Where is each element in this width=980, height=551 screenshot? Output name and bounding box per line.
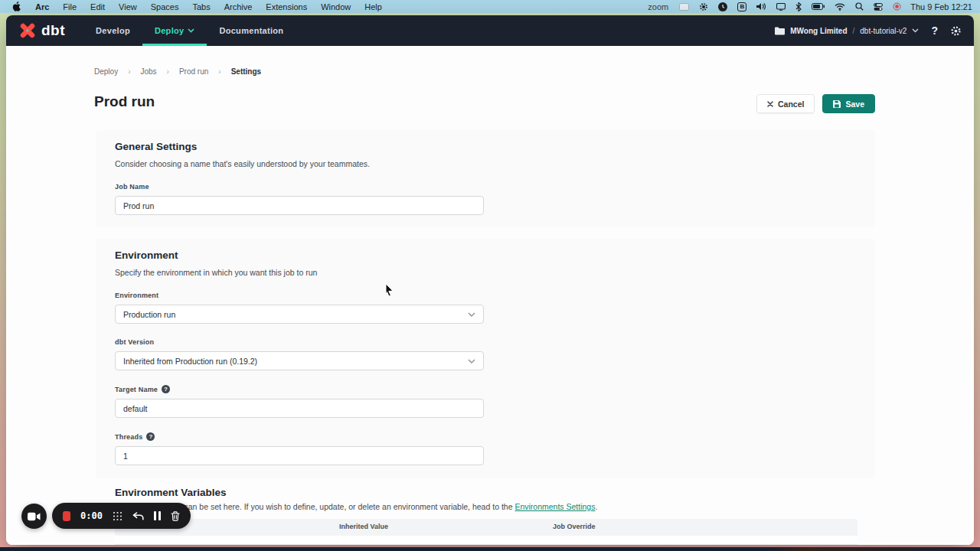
environment-variables-table-header: Inherited Value Job Override [115, 519, 858, 536]
breadcrumb-separator: › [218, 67, 220, 76]
target-name-input[interactable] [115, 399, 484, 418]
recording-toolbar: 0:00 [52, 503, 191, 529]
environment-variables-description: Job level overrides can be set here. If … [115, 502, 850, 511]
menubar-item-window[interactable]: Window [314, 2, 358, 11]
job-name-input[interactable] [115, 196, 484, 215]
account-project-separator: / [853, 27, 855, 35]
threads-help-icon[interactable]: ? [146, 432, 155, 441]
browser-window: dbt Develop Deploy Documentation MWong L… [6, 15, 974, 545]
volume-icon[interactable] [756, 2, 766, 11]
menubar-item-help[interactable]: Help [358, 2, 389, 11]
recording-indicator-icon[interactable] [893, 2, 901, 11]
project-name: dbt-tutorial-v2 [860, 27, 906, 35]
breadcrumb-separator: › [128, 67, 130, 76]
cancel-button[interactable]: Cancel [756, 94, 815, 113]
breadcrumb-deploy[interactable]: Deploy [94, 67, 118, 76]
menubar-item-extensions[interactable]: Extensions [259, 2, 314, 11]
battery-icon[interactable] [812, 3, 825, 10]
menubar-item-file[interactable]: File [56, 2, 83, 11]
breadcrumb-settings: Settings [231, 67, 261, 76]
clock-status-icon[interactable] [718, 2, 727, 11]
menubar-clock[interactable]: Thu 9 Feb 12:21 [910, 2, 972, 11]
pause-icon [154, 511, 161, 520]
account-project-switcher[interactable]: MWong Limited / dbt-tutorial-v2 [775, 27, 919, 35]
environment-label: Environment [115, 292, 856, 299]
column-header-inherited-value: Inherited Value [339, 523, 388, 530]
menubar-item-view[interactable]: View [112, 2, 144, 11]
delete-recording-button[interactable] [171, 511, 180, 521]
target-name-help-icon[interactable]: ? [162, 385, 170, 393]
undo-icon [132, 512, 144, 520]
chevron-down-icon [468, 312, 475, 317]
help-button[interactable]: ? [929, 24, 939, 37]
environments-settings-link[interactable]: Environments Settings [514, 502, 595, 511]
dbt-logo-text: dbt [41, 22, 65, 39]
breadcrumb-separator: › [167, 67, 169, 76]
control-center-icon[interactable] [874, 3, 883, 11]
screen-share-icon[interactable] [679, 3, 689, 11]
nav-item-documentation[interactable]: Documentation [207, 15, 296, 46]
menubar-item-spaces[interactable]: Spaces [144, 2, 186, 11]
target-name-label: Target Name ? [115, 385, 856, 393]
recording-timer: 0:00 [80, 510, 103, 521]
page-title: Prod run [94, 93, 155, 110]
general-settings-description: Consider choosing a name that's easily u… [115, 159, 856, 168]
account-name: MWong Limited [790, 27, 847, 35]
save-button[interactable]: Save [822, 94, 875, 113]
dbt-version-label: dbt Version [115, 338, 856, 346]
gear-status-icon[interactable] [699, 2, 708, 11]
general-settings-heading: General Settings [115, 141, 856, 152]
pause-recording-button[interactable] [154, 511, 161, 520]
restart-recording-button[interactable] [132, 512, 144, 520]
job-name-label: Job Name [115, 183, 856, 191]
menubar-item-edit[interactable]: Edit [83, 2, 112, 11]
environment-description: Specify the environment in which you wan… [115, 268, 856, 277]
camera-bubble-button[interactable] [21, 504, 47, 529]
chevron-down-icon [188, 28, 194, 33]
dbt-logo[interactable]: dbt [18, 15, 65, 46]
keyboard-layout-icon[interactable]: B [737, 2, 746, 11]
trash-icon [171, 511, 180, 521]
environment-variables-table-row [115, 536, 858, 545]
screen-bottom-edge [0, 547, 980, 551]
column-header-job-override: Job Override [553, 523, 596, 530]
dbt-logo-icon [18, 21, 37, 40]
chevron-down-icon [468, 359, 475, 364]
close-icon [767, 101, 773, 107]
wifi-icon[interactable] [835, 3, 845, 11]
bluetooth-icon[interactable] [795, 2, 802, 11]
dbt-navbar: dbt Develop Deploy Documentation MWong L… [6, 15, 974, 46]
drag-handle-icon[interactable] [113, 511, 122, 521]
stop-recording-button[interactable] [63, 511, 70, 521]
nav-item-deploy[interactable]: Deploy [142, 15, 207, 46]
menubar-item-tabs[interactable]: Tabs [185, 2, 217, 11]
environment-select[interactable]: Production run [115, 305, 484, 324]
settings-gear-button[interactable] [950, 25, 962, 37]
folder-icon [775, 27, 785, 35]
display-icon[interactable] [776, 3, 786, 11]
breadcrumb-prod-run[interactable]: Prod run [179, 67, 208, 76]
threads-input[interactable] [115, 446, 484, 465]
search-icon[interactable] [855, 2, 864, 11]
environment-heading: Environment [115, 249, 856, 261]
dbt-version-select[interactable]: Inherited from Production run (0.19.2) [115, 351, 484, 370]
macos-menubar: Arc File Edit View Spaces Tabs Archive E… [0, 0, 980, 13]
video-camera-icon [28, 512, 41, 521]
page-content: Deploy › Jobs › Prod run › Settings Prod… [6, 46, 974, 545]
environment-card: Environment Specify the environment in w… [96, 239, 875, 478]
threads-label: Threads ? [115, 432, 856, 441]
nav-item-develop[interactable]: Develop [83, 15, 142, 46]
apple-menu-icon[interactable] [12, 2, 21, 11]
general-settings-card: General Settings Consider choosing a nam… [96, 130, 875, 227]
save-icon [833, 100, 841, 108]
menubar-item-archive[interactable]: Archive [217, 2, 260, 11]
breadcrumb: Deploy › Jobs › Prod run › Settings [94, 67, 261, 76]
chevron-down-icon [912, 28, 919, 33]
environment-variables-heading: Environment Variables [115, 487, 227, 498]
breadcrumb-jobs[interactable]: Jobs [140, 67, 156, 76]
zoom-app-label[interactable]: zoom [648, 2, 668, 11]
menubar-item-arc[interactable]: Arc [28, 2, 56, 11]
